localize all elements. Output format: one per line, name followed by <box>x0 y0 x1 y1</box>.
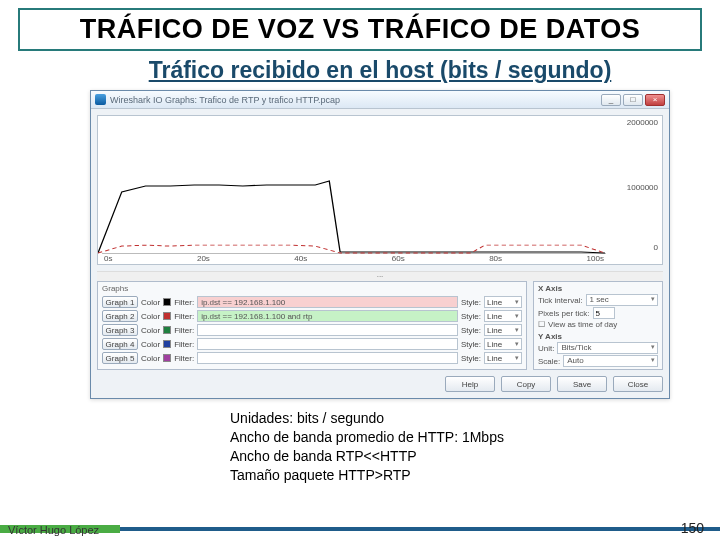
filter-input[interactable] <box>197 352 458 364</box>
graph-config-row: Graph 2ColorFilter:ip.dst == 192.168.1.1… <box>102 309 522 323</box>
io-graph-chart: 2000000 1000000 0 0s 20s 40s 60s 80s 100… <box>97 115 663 265</box>
style-select[interactable]: Line <box>484 324 522 336</box>
filter-input[interactable]: ip.dst == 192.168.1.100 and rtp <box>197 310 458 322</box>
slide-title: TRÁFICO DE VOZ VS TRÁFICO DE DATOS <box>26 14 694 45</box>
scale-select[interactable]: Auto <box>563 355 658 367</box>
window-titlebar: Wireshark IO Graphs: Trafico de RTP y tr… <box>91 91 669 109</box>
time-of-day-label: View as time of day <box>548 320 617 329</box>
axis-panel: X Axis Tick interval: 1 sec Pixels per t… <box>533 281 663 370</box>
filter-label: Filter: <box>174 326 194 335</box>
slide-footer: Víctor Hugo López 150 <box>0 518 720 540</box>
tick-interval-label: Tick interval: <box>538 296 583 305</box>
plot-svg <box>98 116 606 254</box>
style-label: Style: <box>461 340 481 349</box>
tick-interval-select[interactable]: 1 sec <box>586 294 658 306</box>
color-swatch[interactable] <box>163 326 171 334</box>
slide-title-box: TRÁFICO DE VOZ VS TRÁFICO DE DATOS <box>18 8 702 51</box>
color-label: Color <box>141 354 160 363</box>
slide-notes: Unidades: bits / segundo Ancho de banda … <box>230 409 720 485</box>
author-name: Víctor Hugo López <box>8 524 99 536</box>
graph-config-row: Graph 1ColorFilter:ip.dst == 192.168.1.1… <box>102 295 522 309</box>
x-ticks: 0s 20s 40s 60s 80s 100s <box>102 254 606 264</box>
series-http <box>98 181 605 253</box>
filter-input[interactable]: ip.dst == 192.168.1.100 <box>197 296 458 308</box>
graph-config-row: Graph 5ColorFilter:Style:Line <box>102 351 522 365</box>
config-panels: Graphs Graph 1ColorFilter:ip.dst == 192.… <box>97 281 663 370</box>
minimize-button[interactable]: _ <box>601 94 621 106</box>
close-button[interactable]: Close <box>613 376 663 392</box>
page-number: 150 <box>681 520 704 536</box>
y-tick-zero: 0 <box>654 243 658 252</box>
style-label: Style: <box>461 312 481 321</box>
graph-config-row: Graph 3ColorFilter:Style:Line <box>102 323 522 337</box>
unit-select[interactable]: Bits/Tick <box>557 342 658 354</box>
copy-button[interactable]: Copy <box>501 376 551 392</box>
filter-label: Filter: <box>174 340 194 349</box>
maximize-button[interactable]: □ <box>623 94 643 106</box>
x-tick: 40s <box>294 254 307 264</box>
filter-label: Filter: <box>174 354 194 363</box>
xaxis-title: X Axis <box>538 284 658 293</box>
filter-input[interactable] <box>197 338 458 350</box>
note-line: Ancho de banda RTP<<HTTP <box>230 447 720 466</box>
y-tick-mid: 1000000 <box>627 183 658 192</box>
slide-subtitle: Tráfico recibido en el host (bits / segu… <box>80 57 680 84</box>
unit-label: Unit: <box>538 344 554 353</box>
footer-line <box>120 527 720 531</box>
style-label: Style: <box>461 298 481 307</box>
window-title: Wireshark IO Graphs: Trafico de RTP y tr… <box>110 95 597 105</box>
note-line: Ancho de banda promedio de HTTP: 1Mbps <box>230 428 720 447</box>
x-tick: 80s <box>489 254 502 264</box>
style-select[interactable]: Line <box>484 310 522 322</box>
color-swatch[interactable] <box>163 312 171 320</box>
window-body: 2000000 1000000 0 0s 20s 40s 60s 80s 100… <box>91 109 669 398</box>
color-label: Color <box>141 298 160 307</box>
style-select[interactable]: Line <box>484 352 522 364</box>
graph-toggle-button[interactable]: Graph 5 <box>102 352 138 364</box>
color-swatch[interactable] <box>163 298 171 306</box>
scale-label: Scale: <box>538 357 560 366</box>
x-tick: 60s <box>392 254 405 264</box>
note-line: Unidades: bits / segundo <box>230 409 720 428</box>
window-controls: _ □ × <box>601 94 665 106</box>
note-line: Tamaño paquete HTTP>RTP <box>230 466 720 485</box>
style-label: Style: <box>461 326 481 335</box>
graphs-panel: Graphs Graph 1ColorFilter:ip.dst == 192.… <box>97 281 527 370</box>
chart-scrollbar[interactable]: ··· <box>97 271 663 281</box>
x-tick: 20s <box>197 254 210 264</box>
filter-label: Filter: <box>174 312 194 321</box>
color-label: Color <box>141 326 160 335</box>
wireshark-window: Wireshark IO Graphs: Trafico de RTP y tr… <box>90 90 670 399</box>
style-select[interactable]: Line <box>484 338 522 350</box>
graphs-panel-title: Graphs <box>102 284 522 293</box>
color-label: Color <box>141 312 160 321</box>
app-icon <box>95 94 106 105</box>
yaxis-title: Y Axis <box>538 332 658 341</box>
color-label: Color <box>141 340 160 349</box>
graph-toggle-button[interactable]: Graph 1 <box>102 296 138 308</box>
x-tick: 100s <box>587 254 604 264</box>
graph-config-row: Graph 4ColorFilter:Style:Line <box>102 337 522 351</box>
window-close-button[interactable]: × <box>645 94 665 106</box>
style-label: Style: <box>461 354 481 363</box>
save-button[interactable]: Save <box>557 376 607 392</box>
pixels-per-tick-input[interactable] <box>593 307 615 319</box>
graph-toggle-button[interactable]: Graph 4 <box>102 338 138 350</box>
time-of-day-checkbox[interactable]: ☐ <box>538 320 545 329</box>
graph-toggle-button[interactable]: Graph 3 <box>102 324 138 336</box>
y-tick-max: 2000000 <box>627 118 658 127</box>
filter-input[interactable] <box>197 324 458 336</box>
color-swatch[interactable] <box>163 340 171 348</box>
color-swatch[interactable] <box>163 354 171 362</box>
graph-toggle-button[interactable]: Graph 2 <box>102 310 138 322</box>
pixels-per-tick-label: Pixels per tick: <box>538 309 590 318</box>
style-select[interactable]: Line <box>484 296 522 308</box>
x-tick: 0s <box>104 254 112 264</box>
dialog-footer: Help Copy Save Close <box>97 376 663 392</box>
help-button[interactable]: Help <box>445 376 495 392</box>
filter-label: Filter: <box>174 298 194 307</box>
